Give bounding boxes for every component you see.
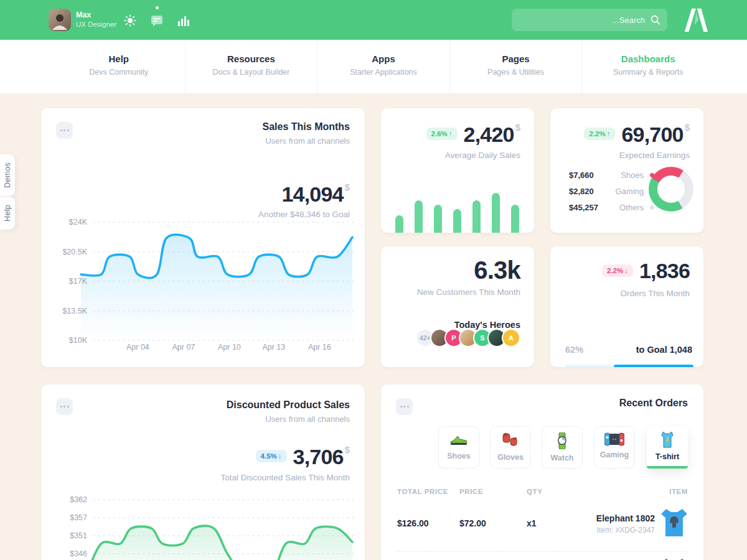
bar-stats-icon — [177, 15, 190, 26]
customers-value: 6.3k — [474, 256, 520, 284]
orders-label: Orders This Month — [620, 289, 690, 298]
svg-text:Apr 13: Apr 13 — [262, 343, 285, 352]
earnings-donut-chart — [649, 167, 693, 212]
shoes-icon — [449, 432, 468, 447]
orders-value: 1,836 — [639, 260, 690, 281]
earnings-value: 69,700 — [621, 123, 683, 146]
chat-bubble-icon — [150, 14, 164, 27]
category-tile-gloves[interactable]: Gloves — [490, 426, 531, 469]
daily-value: 2,420 — [464, 123, 514, 146]
earnings-label: Expected Earnings — [619, 151, 690, 160]
svg-text:$357: $357 — [70, 513, 87, 522]
legend-value: $2,820 — [569, 187, 609, 196]
more-options-button[interactable] — [396, 398, 413, 415]
customers-card: 6.3k New Customers This Month Today's He… — [381, 246, 534, 367]
tile-label: Gloves — [491, 453, 530, 462]
row-divider — [396, 551, 688, 552]
legend-label: Gaming — [609, 187, 644, 196]
messages-button[interactable] — [149, 12, 165, 29]
order-price: $72.00 — [459, 518, 486, 528]
trend-badge: 2.6%↑ — [426, 128, 458, 140]
legend-row-others: $45,257 Others — [569, 199, 654, 215]
nav-item-resources[interactable]: Resources Docs & Layout Builder — [185, 40, 317, 93]
nav-subtitle: Starter Applications — [317, 68, 449, 77]
earnings-card: 2.2%↑ 69,700$ Expected Earnings $7,660 S… — [550, 108, 703, 233]
recent-orders-card: Recent Orders Shoes Gloves Watch — [381, 385, 703, 560]
order-item-number: Item: #XDG-2347 — [596, 526, 655, 534]
daily-sales-card: 2.6%↑ 2,420$ Average Daily Sales — [381, 108, 534, 233]
heroes-avatar-stack: 42+ P S A — [416, 329, 520, 347]
legend-value: $45,257 — [569, 203, 609, 212]
watch-icon — [557, 432, 568, 449]
sales-value: 14,094 — [281, 182, 343, 206]
tile-label: Watch — [542, 454, 582, 462]
nav-item-pages[interactable]: Pages Pages & Utilities — [449, 40, 582, 93]
legend-label: Shoes — [609, 170, 644, 180]
card-title: Discounted Product Sales — [227, 399, 350, 411]
svg-text:$20.5K: $20.5K — [62, 248, 87, 256]
col-header-total-price: TOTAL PRICE — [397, 488, 448, 495]
order-qty: x1 — [527, 518, 537, 528]
active-tile-indicator — [647, 466, 688, 469]
sales-card: Sales This Months Users from all channel… — [41, 108, 365, 367]
nav-subtitle: Summary & Reports — [582, 68, 714, 77]
card-title: Sales This Months — [263, 121, 350, 133]
notification-dot — [156, 6, 159, 9]
more-options-button[interactable] — [56, 122, 73, 139]
progress-goal: to Goal 1,048 — [636, 345, 692, 355]
category-tile-watch[interactable]: Watch — [542, 426, 583, 469]
card-subtitle: Users from all channels — [227, 414, 350, 424]
svg-text:$351: $351 — [70, 531, 87, 540]
arrow-down-icon: ↓ — [278, 452, 282, 460]
arrow-down-icon: ↓ — [624, 267, 628, 274]
daily-label: Average Daily Sales — [445, 151, 520, 160]
gloves-icon — [502, 432, 519, 449]
search-box — [512, 9, 667, 31]
nav-item-help[interactable]: Help Devs Community — [53, 40, 185, 93]
col-header-item: ITEM — [669, 488, 688, 495]
legend-row-shoes: $7,660 Shoes — [569, 167, 654, 183]
nav-title: Pages — [450, 54, 582, 64]
nav-item-apps[interactable]: Apps Starter Applications — [317, 40, 449, 93]
search-input[interactable] — [512, 9, 667, 31]
daily-sales-bar-chart — [395, 188, 520, 233]
progress-percent: 62% — [565, 345, 583, 355]
donut-hole — [657, 175, 685, 203]
user-avatar[interactable] — [49, 9, 71, 31]
sun-icon — [124, 14, 136, 27]
col-header-price: PRICE — [459, 488, 483, 495]
legend-row-gaming: $2,820 Gaming — [569, 183, 654, 199]
currency-sign: $ — [685, 122, 690, 133]
nav-title: Dashboards — [582, 54, 714, 64]
col-header-qty: QTY — [527, 488, 542, 495]
gaming-console-icon — [604, 432, 624, 446]
trend-badge: 4.5%↓ — [256, 450, 287, 462]
nav-subtitle: Pages & Utilities — [450, 68, 582, 77]
legend-dot — [650, 205, 654, 210]
currency-sign: $ — [515, 122, 520, 133]
nav-subtitle: Devs Community — [53, 68, 185, 77]
trend-badge: 2.2%↓ — [602, 264, 633, 277]
discount-value: 3,706 — [293, 445, 344, 469]
more-options-button[interactable] — [56, 398, 73, 415]
orders-progress-bar[interactable] — [565, 365, 693, 367]
app-logo[interactable] — [680, 7, 708, 33]
theme-sun-button[interactable] — [122, 12, 138, 29]
card-subtitle: Users from all channels — [263, 136, 350, 146]
user-role: UX Designer — [76, 21, 116, 28]
nav-item-dashboards[interactable]: Dashboards Summary & Reports — [581, 40, 714, 93]
arrow-up-icon: ↑ — [607, 130, 611, 138]
category-tile-gaming[interactable]: Gaming — [594, 426, 635, 469]
category-tile-tshirt[interactable]: T-shirt — [647, 426, 688, 469]
sales-line-chart: $24K$20.5K$17K$13.5K$10KApr 04Apr 07Apr … — [41, 214, 365, 358]
side-tab-help[interactable]: Help — [0, 197, 15, 230]
search-icon[interactable] — [651, 15, 660, 25]
stats-button[interactable] — [176, 12, 192, 29]
item-image-shirt — [660, 558, 688, 560]
currency-sign: $ — [345, 444, 350, 455]
tile-label: Shoes — [439, 452, 479, 460]
discount-label: Total Discounted Sales This Month — [220, 473, 350, 482]
side-tab-demos[interactable]: Demos — [0, 154, 15, 196]
category-tile-shoes[interactable]: Shoes — [438, 426, 479, 469]
avatar-letter[interactable]: A — [502, 329, 520, 347]
